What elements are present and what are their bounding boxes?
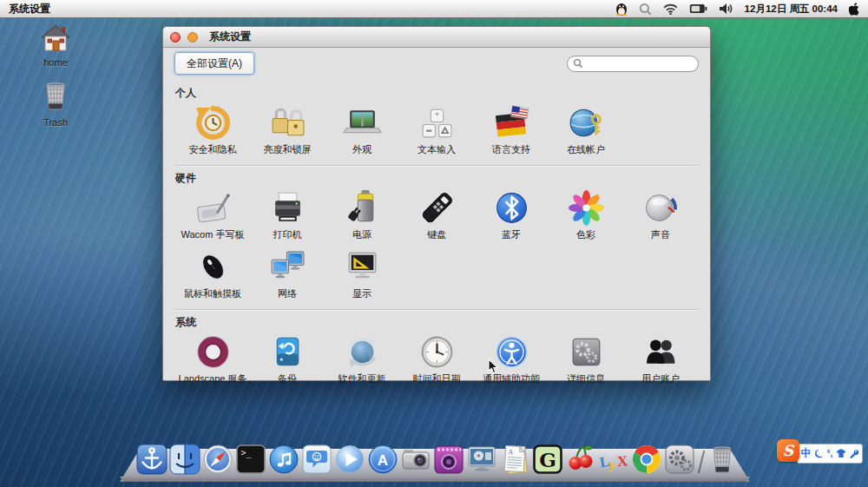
tile-label: 安全和隐私: [189, 143, 237, 156]
tile-network[interactable]: 网络: [250, 247, 325, 306]
appearance-icon: [343, 103, 382, 142]
safari-icon[interactable]: [202, 444, 233, 475]
tile-color[interactable]: 色彩: [549, 188, 623, 247]
ime-toolbar: 中 °,: [797, 444, 863, 464]
wacom-tablet-icon: [194, 188, 233, 227]
terminal-icon[interactable]: >_: [235, 444, 266, 475]
online-accounts-icon: [567, 103, 606, 142]
camera-icon[interactable]: [400, 444, 431, 475]
tile-backup[interactable]: 备份: [250, 332, 325, 392]
desktop-icon-trash[interactable]: Trash: [24, 81, 87, 128]
keyboard-icon: [418, 188, 457, 227]
details-icon: [567, 332, 606, 372]
finder-icon[interactable]: [169, 444, 201, 475]
tile-label: 外观: [352, 143, 372, 156]
photo-booth-icon[interactable]: [433, 444, 464, 475]
tile-label: 显示: [352, 287, 372, 300]
search-icon[interactable]: [639, 3, 652, 16]
menubar-app-name[interactable]: 系统设置: [9, 2, 50, 16]
section-divider: [175, 165, 698, 166]
cherry-app-icon[interactable]: [565, 444, 596, 475]
desktop-icon-label: Trash: [43, 117, 68, 128]
sound-icon: [641, 188, 681, 227]
tile-keyboard[interactable]: 键盘: [399, 188, 474, 247]
tile-label: 用户账户: [641, 372, 680, 385]
settings-wrench-icon[interactable]: [849, 449, 858, 458]
tile-appearance[interactable]: 外观: [325, 103, 399, 162]
text-entry-icon: [418, 103, 457, 142]
search-field[interactable]: [567, 56, 699, 72]
search-input[interactable]: [587, 57, 693, 69]
section-header-hardware: 硬件: [175, 171, 698, 186]
messages-icon[interactable]: [301, 444, 332, 475]
tile-text-entry[interactable]: 文本输入: [399, 103, 474, 162]
apple-icon[interactable]: [849, 3, 859, 16]
wifi-icon[interactable]: [663, 3, 678, 15]
chinese-mode-button[interactable]: 中: [801, 446, 812, 461]
mouse-cursor: [488, 359, 499, 378]
tile-sound[interactable]: 声音: [623, 188, 698, 247]
tile-security-privacy[interactable]: 安全和隐私: [175, 103, 250, 162]
volume-icon[interactable]: [719, 3, 733, 15]
tile-bluetooth[interactable]: 蓝牙: [474, 188, 549, 247]
tile-language-support[interactable]: 语言支持: [474, 103, 549, 162]
docky-anchor-icon[interactable]: [136, 444, 168, 475]
all-settings-button[interactable]: 全部设置(A): [174, 52, 254, 75]
tile-printer[interactable]: 打印机: [250, 188, 325, 247]
tile-mouse-touchpad[interactable]: 鼠标和触摸板: [175, 247, 250, 306]
search-icon: [573, 58, 583, 69]
software-updates-icon: [343, 332, 382, 372]
window-toolbar: 全部设置(A): [163, 48, 710, 79]
lyx-icon[interactable]: LyX: [598, 444, 629, 475]
battery-icon[interactable]: [689, 3, 707, 14]
tile-online-accounts[interactable]: 在线帐户: [549, 103, 623, 162]
tile-label: 详细信息: [567, 372, 605, 385]
network-icon: [268, 247, 307, 286]
movie-player-icon[interactable]: [466, 444, 497, 475]
close-button[interactable]: [170, 32, 181, 43]
tile-wacom-tablet[interactable]: Wacom 手写板: [175, 188, 250, 247]
tile-displays[interactable]: 显示: [325, 247, 399, 306]
textedit-icon[interactable]: A: [499, 444, 530, 475]
skin-shirt-icon[interactable]: [836, 449, 846, 458]
desktop-wallpaper: 系统设置 12月12日 周五 00:44: [0, 0, 868, 487]
system-preferences-icon[interactable]: [664, 444, 695, 475]
tile-details[interactable]: 详细信息: [549, 332, 623, 392]
tile-label: 蓝牙: [502, 228, 521, 241]
brightness-lock-icon: [268, 103, 307, 142]
svg-text:A: A: [378, 452, 388, 469]
tile-brightness-lock[interactable]: 亮度和锁屏: [250, 103, 325, 162]
minimize-button[interactable]: [187, 32, 198, 43]
tile-label: 语言支持: [492, 143, 530, 156]
chrome-icon[interactable]: [631, 444, 662, 475]
tux-icon[interactable]: [615, 2, 628, 16]
dock-trash-icon[interactable]: [707, 444, 738, 475]
tile-user-accounts[interactable]: 用户账户: [623, 332, 698, 392]
trash-can-icon: [40, 81, 71, 115]
menubar-clock[interactable]: 12月12日 周五 00:44: [745, 3, 838, 16]
tile-power[interactable]: 电源: [325, 188, 399, 247]
tile-landscape-service[interactable]: Landscape 服务: [175, 332, 250, 392]
dock-front-edge: [120, 477, 750, 482]
window-titlebar[interactable]: 系统设置: [163, 27, 710, 48]
personal-grid: 安全和隐私 亮度和锁屏 外观 文本输入 语言支持: [175, 103, 698, 162]
tile-software-updates[interactable]: 软件和更新: [325, 332, 399, 392]
punctuation-button[interactable]: °,: [827, 449, 833, 458]
media-player-icon[interactable]: [334, 444, 365, 475]
fullwidth-moon-icon[interactable]: [814, 449, 824, 458]
sogou-logo-badge[interactable]: S: [777, 439, 799, 462]
tile-time-date[interactable]: 时间和日期: [399, 332, 474, 392]
itunes-icon[interactable]: [268, 444, 299, 475]
tile-label: 网络: [278, 287, 297, 300]
svg-text:y: y: [608, 457, 618, 474]
app-store-icon[interactable]: A: [367, 444, 398, 475]
printer-icon: [268, 188, 307, 227]
power-icon: [343, 188, 382, 227]
tile-universal-access[interactable]: 通用辅助功能: [474, 332, 549, 392]
hardware-grid: Wacom 手写板 打印机 电源 键盘 蓝牙: [175, 188, 698, 306]
svg-text:>_: >_: [241, 448, 253, 458]
desktop-icon-home[interactable]: home: [24, 24, 87, 68]
g-editor-icon[interactable]: G: [532, 444, 563, 475]
section-divider: [175, 309, 698, 310]
system-settings-window: 系统设置 全部设置(A) 个人 安全和隐私 亮度和锁屏: [162, 26, 711, 381]
